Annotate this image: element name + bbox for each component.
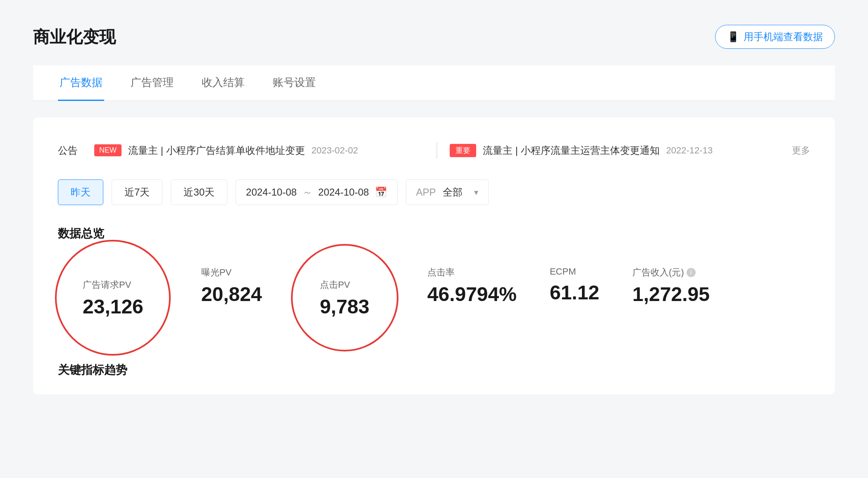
filter-yesterday[interactable]: 昨天 [58,179,103,205]
metric-label-impression: 曝光PV [201,266,262,279]
filter-7days[interactable]: 近7天 [112,179,162,205]
more-link[interactable]: 更多 [792,144,810,157]
main-content-card: 公告 NEW 流量主 | 小程序广告结算单收件地址变更 2023-02-02 重… [33,117,835,394]
tab-ad-management[interactable]: 广告管理 [129,65,175,101]
mobile-icon: 📱 [727,31,739,43]
announcement-row: 公告 NEW 流量主 | 小程序广告结算单收件地址变更 2023-02-02 重… [58,134,810,167]
announcement-text-1[interactable]: 流量主 | 小程序广告结算单收件地址变更 [128,144,305,157]
metric-wrapper-impression: 曝光PV 20,824 [201,258,262,313]
tab-ad-data[interactable]: 广告数据 [58,65,104,101]
metric-wrapper-revenue: 广告收入(元) i 1,272.95 [632,258,710,313]
metric-click-pv: 点击PV 9,783 [320,279,370,317]
header-row: 商业化变现 📱 用手机端查看数据 [33,25,835,49]
badge-important: 重要 [450,144,476,157]
date-start: 2024-10-08 [246,186,297,198]
app-filter-dropdown[interactable]: APP 全部 ▾ [406,179,489,205]
filter-row: 昨天 近7天 近30天 2024-10-08 ～ 2024-10-08 📅 AP… [58,179,810,205]
page-title: 商业化变现 [33,26,116,48]
metric-value-click: 9,783 [320,297,370,317]
metric-wrapper-click: 点击PV 9,783 [295,258,394,337]
metric-ad-request-pv: 广告请求PV 23,126 [83,279,143,317]
metric-ad-revenue: 广告收入(元) i 1,272.95 [632,266,710,304]
metric-label-ecpm: ECPM [550,266,599,277]
metric-label-ad-request: 广告请求PV [83,279,143,291]
info-icon[interactable]: i [687,268,696,277]
badge-new: NEW [94,144,122,156]
tabs-row: 广告数据 广告管理 收入结算 账号设置 [33,65,835,101]
metric-value-ctr: 46.9794% [427,284,517,304]
announcement-date-2: 2022-12-13 [666,145,713,156]
metric-ecpm: ECPM 61.12 [550,266,599,303]
metric-ctr: 点击率 46.9794% [427,266,517,304]
app-filter-label: APP [416,186,436,198]
metric-label-ctr: 点击率 [427,266,517,279]
announcement-text-2[interactable]: 流量主 | 小程序流量主运营主体变更通知 [483,144,660,157]
date-separator: ～ [303,186,312,199]
app-filter-value: 全部 [443,186,463,199]
metric-wrapper-ecpm: ECPM 61.12 [550,258,599,311]
announcement-date-1: 2023-02-02 [312,145,358,156]
metric-value-revenue: 1,272.95 [632,284,710,304]
metric-impression-pv: 曝光PV 20,824 [201,266,262,304]
announcement-divider [436,142,437,159]
metric-label-click: 点击PV [320,279,370,291]
data-overview-section: 数据总览 广告请求PV 23,126 曝光PV [58,226,810,337]
metric-value-ad-request: 23,126 [83,297,143,317]
metrics-grid: 广告请求PV 23,126 曝光PV 20,824 [58,258,810,337]
filter-30days[interactable]: 近30天 [171,179,227,205]
mobile-btn-label: 用手机端查看数据 [744,30,823,43]
page-container: 商业化变现 📱 用手机端查看数据 广告数据 广告管理 收入结算 账号设置 公告 [0,0,868,423]
metric-wrapper-ad-request: 广告请求PV 23,126 [58,258,168,337]
section-title: 数据总览 [58,226,810,241]
metric-label-revenue: 广告收入(元) i [632,266,710,279]
calendar-icon: 📅 [375,186,387,198]
metric-value-ecpm: 61.12 [550,283,599,303]
metric-wrapper-ctr: 点击率 46.9794% [427,258,517,313]
tab-revenue[interactable]: 收入结算 [200,65,246,101]
date-end: 2024-10-08 [318,186,369,198]
announcement-item-1: NEW 流量主 | 小程序广告结算单收件地址变更 2023-02-02 [94,144,424,157]
announcement-item-2: 重要 流量主 | 小程序流量主运营主体变更通知 2022-12-13 [450,144,780,157]
mobile-view-button[interactable]: 📱 用手机端查看数据 [715,25,835,49]
tab-account[interactable]: 账号设置 [271,65,317,101]
date-range-picker[interactable]: 2024-10-08 ～ 2024-10-08 📅 [236,179,398,205]
announcement-label: 公告 [58,144,78,157]
metric-value-impression: 20,824 [201,284,262,304]
key-trends-title: 关键指标趋势 [58,362,810,378]
chevron-down-icon: ▾ [474,187,478,197]
